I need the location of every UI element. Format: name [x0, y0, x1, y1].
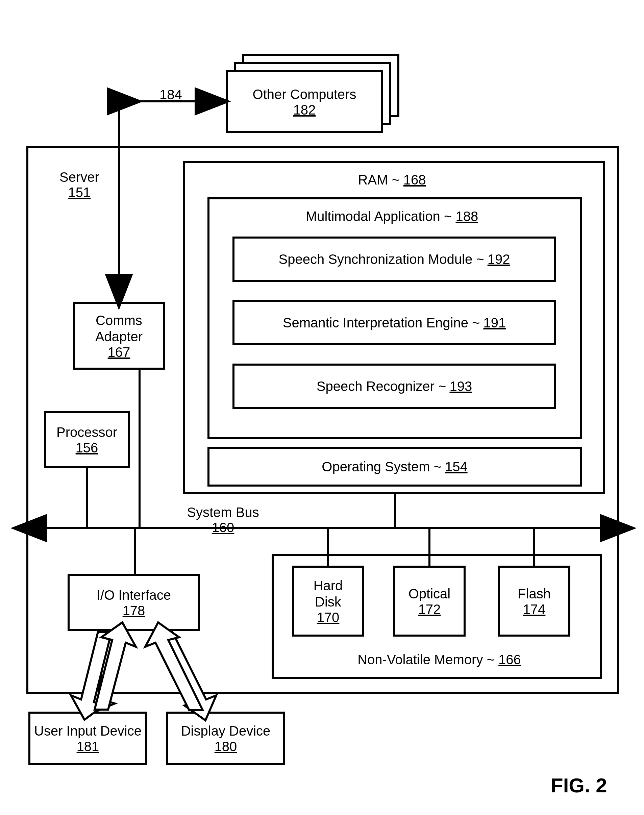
nonvolatile-ref: 166 [498, 652, 521, 667]
optical-to-bus-line [428, 529, 431, 566]
flash-to-bus-line [533, 529, 535, 566]
hdd-to-bus-line [327, 529, 329, 566]
hard-disk-box: Hard Disk 170 [292, 565, 364, 637]
system-bus-line [26, 527, 619, 529]
processor-ref: 156 [76, 440, 98, 455]
comms-adapter-ref: 167 [108, 345, 130, 360]
io-interface-label: I/O Interface [97, 587, 171, 603]
speech-sync-ref: 192 [488, 252, 510, 267]
comms-adapter-label: Comms Adapter [95, 312, 143, 345]
semantic-engine-ref: 191 [483, 315, 506, 331]
speech-recognizer-label: Speech Recognizer ~ [317, 378, 446, 394]
nonvolatile-label-block: Non-Volatile Memory ~ 166 [345, 652, 534, 667]
system-bus-label-block: System Bus 160 [176, 505, 270, 535]
multimodal-app-label: Multimodal Application ~ [306, 209, 452, 224]
hard-disk-label: Hard Disk [314, 578, 343, 610]
comms-to-bus-line [138, 370, 141, 528]
display-ref: 180 [215, 739, 237, 754]
user-input-box: User Input Device 181 [28, 712, 147, 765]
processor-box: Processor 156 [44, 411, 130, 468]
figure-label: FIG. 2 [551, 774, 607, 797]
multimodal-app-ref: 188 [455, 209, 478, 224]
multimodal-app-label-block: Multimodal Application ~ 188 [270, 209, 514, 224]
user-input-label: User Input Device [34, 723, 141, 739]
processor-label: Processor [57, 424, 117, 440]
link-184-label: 184 [159, 87, 182, 103]
display-box: Display Device 180 [166, 712, 285, 765]
speech-sync-label: Speech Synchronization Module ~ [279, 251, 484, 267]
semantic-engine-box: Semantic Interpretation Engine ~ 191 [233, 300, 556, 345]
other-computers-box: Other Computers 182 [226, 70, 383, 133]
nonvolatile-label: Non-Volatile Memory ~ [357, 652, 495, 667]
optical-label: Optical [408, 585, 451, 602]
ram-to-bus-line [394, 494, 396, 528]
ram-label: RAM ~ [358, 172, 399, 187]
speech-recognizer-box: Speech Recognizer ~ 193 [233, 363, 556, 409]
hard-disk-ref: 170 [317, 610, 340, 625]
server-ref: 151 [68, 185, 91, 200]
io-interface-box: I/O Interface 178 [67, 574, 200, 631]
io-interface-ref: 178 [123, 603, 145, 618]
flash-box: Flash 174 [498, 565, 570, 637]
operating-system-label: Operating System ~ [322, 458, 442, 475]
operating-system-ref: 154 [445, 459, 468, 474]
optical-box: Optical 172 [393, 565, 466, 637]
speech-recognizer-ref: 193 [449, 379, 472, 394]
link-184-ref: 184 [159, 87, 182, 102]
processor-to-bus-line [86, 468, 88, 528]
comms-adapter-box: Comms Adapter 167 [73, 302, 165, 370]
server-label-text: Server [60, 170, 99, 184]
speech-sync-box: Speech Synchronization Module ~ 192 [233, 236, 556, 282]
user-input-ref: 181 [77, 739, 99, 754]
io-to-bus-line [134, 529, 136, 574]
display-label: Display Device [181, 723, 271, 739]
ram-label-block: RAM ~ 168 [338, 172, 446, 187]
server-label: Server 151 [60, 170, 99, 200]
operating-system-box: Operating System ~ 154 [207, 447, 582, 487]
semantic-engine-label: Semantic Interpretation Engine ~ [283, 315, 480, 331]
optical-ref: 172 [418, 602, 441, 617]
flash-label: Flash [518, 585, 551, 602]
other-computers-ref: 182 [293, 103, 316, 118]
ram-ref: 168 [403, 172, 426, 187]
other-computers-label: Other Computers [253, 86, 356, 103]
flash-ref: 174 [523, 602, 546, 617]
system-bus-label: System Bus [187, 505, 259, 520]
